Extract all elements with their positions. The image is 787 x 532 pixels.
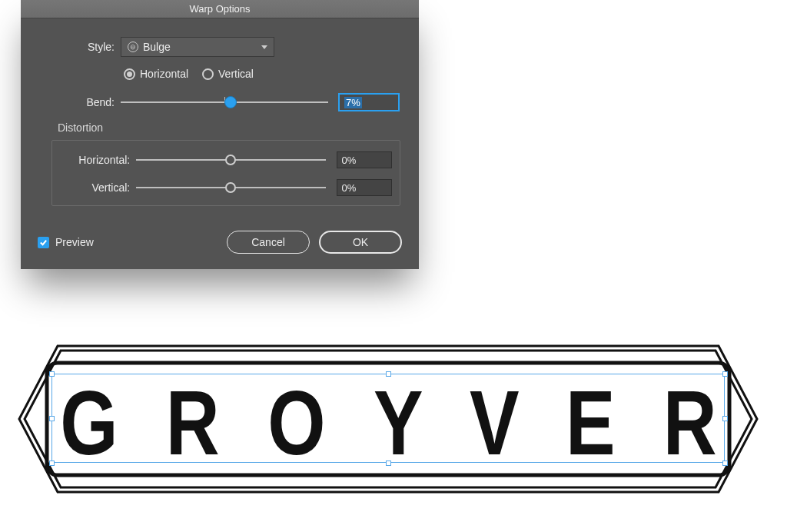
selection-handle[interactable] (49, 371, 55, 377)
dist-vertical-thumb[interactable] (225, 182, 236, 193)
bend-label: Bend: (38, 96, 121, 108)
bend-slider-thumb[interactable] (224, 96, 237, 108)
chevron-down-icon (261, 45, 267, 49)
style-dropdown[interactable]: ⊖ Bulge (121, 37, 274, 57)
cancel-button[interactable]: Cancel (227, 231, 310, 254)
dist-horizontal-row: Horizontal: 0% (60, 151, 392, 168)
bend-slider[interactable] (121, 95, 328, 110)
radio-vertical[interactable]: Vertical (202, 68, 254, 80)
orientation-radios: Horizontal Vertical (124, 68, 402, 80)
dialog-body: Style: ⊖ Bulge Horizontal Vertical Bend: (21, 18, 419, 269)
dist-horizontal-value: 0% (342, 155, 357, 166)
dist-vertical-label: Vertical: (60, 181, 136, 194)
selection-bounding-box[interactable] (51, 374, 725, 463)
style-row: Style: ⊖ Bulge (38, 37, 402, 57)
checkbox-checked-icon (38, 237, 49, 248)
selection-handle[interactable] (386, 371, 391, 377)
distortion-group: Horizontal: 0% Vertical: 0% (51, 140, 400, 206)
preview-label: Preview (55, 236, 94, 248)
selection-handle[interactable] (49, 416, 55, 421)
canvas-artwork: G R O Y V E R (12, 331, 765, 507)
dist-vertical-value: 0% (342, 182, 357, 194)
dist-horizontal-thumb[interactable] (225, 155, 236, 165)
bend-value-input[interactable]: 7% (339, 94, 399, 111)
selection-handle[interactable] (49, 461, 55, 466)
dialog-title: Warp Options (21, 0, 419, 18)
selection-handle[interactable] (722, 371, 728, 377)
dist-vertical-input[interactable]: 0% (337, 179, 392, 196)
bend-row: Bend: 7% (38, 94, 402, 111)
distortion-header: Distortion (58, 121, 402, 134)
bulge-icon: ⊖ (128, 42, 138, 52)
dist-horizontal-slider[interactable] (136, 152, 325, 168)
preview-checkbox[interactable]: Preview (38, 236, 94, 248)
dialog-footer: Preview Cancel OK (38, 226, 402, 254)
radio-dot-icon (124, 68, 135, 80)
style-value: Bulge (143, 41, 171, 53)
dist-horizontal-label: Horizontal: (60, 154, 136, 166)
dist-vertical-row: Vertical: 0% (60, 179, 392, 196)
selection-handle[interactable] (722, 416, 728, 421)
dist-vertical-slider[interactable] (136, 180, 325, 195)
selection-handle[interactable] (722, 461, 728, 466)
radio-circle-icon (202, 68, 214, 80)
bend-value-text: 7% (344, 97, 362, 108)
button-group: Cancel OK (227, 231, 402, 254)
warp-options-dialog: Warp Options Style: ⊖ Bulge Horizontal V… (21, 0, 419, 269)
radio-horizontal[interactable]: Horizontal (124, 68, 188, 80)
style-label: Style: (38, 41, 121, 53)
dist-horizontal-input[interactable]: 0% (337, 151, 392, 168)
radio-vertical-label: Vertical (218, 68, 254, 80)
radio-horizontal-label: Horizontal (140, 68, 188, 80)
ok-button[interactable]: OK (319, 231, 402, 254)
selection-handle[interactable] (386, 461, 391, 466)
